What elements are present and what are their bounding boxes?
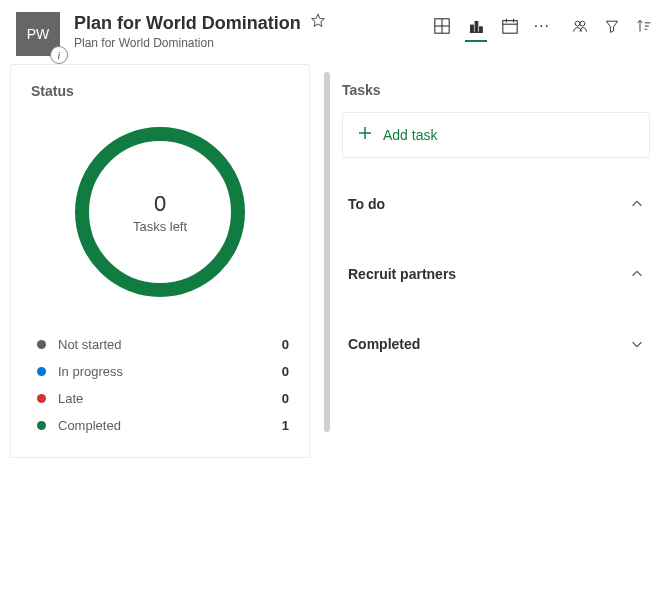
project-badge: PW i [16, 12, 60, 56]
info-icon[interactable]: i [50, 46, 68, 64]
page-subtitle: Plan for World Domination [74, 36, 418, 50]
legend-value: 1 [282, 418, 289, 433]
status-legend: Not started 0 In progress 0 Late 0 Compl… [31, 337, 289, 433]
filter-icon[interactable] [602, 16, 622, 36]
sort-icon[interactable] [634, 16, 654, 36]
legend-row: In progress 0 [37, 364, 289, 379]
header: PW i Plan for World Domination Plan for … [0, 0, 670, 64]
bucket-row[interactable]: Completed [342, 318, 650, 370]
bucket-row[interactable]: Recruit partners [342, 248, 650, 300]
legend-dot-icon [37, 367, 46, 376]
bucket-name: To do [348, 196, 385, 212]
chevron-up-icon [630, 267, 644, 281]
add-task-label: Add task [383, 127, 437, 143]
legend-row: Not started 0 [37, 337, 289, 352]
bucket-row[interactable]: To do [342, 178, 650, 230]
main-content: Status 0 Tasks left Not started 0 In pro… [0, 64, 670, 458]
tasks-heading: Tasks [342, 82, 650, 98]
title-block: Plan for World Domination Plan for World… [74, 12, 418, 50]
members-icon[interactable] [570, 16, 590, 36]
tasks-column: Tasks Add task To do Recruit partners Co… [338, 64, 660, 458]
legend-dot-icon [37, 421, 46, 430]
donut-center: 0 Tasks left [133, 191, 187, 234]
svg-rect-5 [475, 22, 478, 33]
legend-value: 0 [282, 364, 289, 379]
add-task-button[interactable]: Add task [342, 112, 650, 158]
more-icon[interactable]: ··· [534, 17, 550, 35]
legend-label: Not started [58, 337, 282, 352]
legend-label: Late [58, 391, 282, 406]
column-scrollbar[interactable] [324, 72, 330, 432]
chart-view-icon[interactable] [466, 16, 486, 36]
tasks-left-label: Tasks left [133, 219, 187, 234]
chevron-down-icon [630, 337, 644, 351]
legend-label: In progress [58, 364, 282, 379]
legend-row: Completed 1 [37, 418, 289, 433]
legend-value: 0 [282, 391, 289, 406]
svg-rect-6 [479, 27, 482, 32]
status-heading: Status [31, 83, 289, 99]
svg-point-11 [575, 21, 580, 26]
right-toolbar [570, 16, 654, 36]
view-switcher: ··· [432, 16, 550, 36]
title-row: Plan for World Domination [74, 12, 418, 34]
status-card: Status 0 Tasks left Not started 0 In pro… [10, 64, 310, 458]
chevron-up-icon [630, 197, 644, 211]
tasks-left-value: 0 [133, 191, 187, 217]
page-title: Plan for World Domination [74, 13, 301, 34]
bucket-name: Completed [348, 336, 420, 352]
legend-dot-icon [37, 340, 46, 349]
grid-view-icon[interactable] [432, 16, 452, 36]
legend-row: Late 0 [37, 391, 289, 406]
project-initials: PW [27, 26, 50, 42]
bucket-name: Recruit partners [348, 266, 456, 282]
legend-label: Completed [58, 418, 282, 433]
svg-rect-7 [502, 21, 516, 34]
legend-value: 0 [282, 337, 289, 352]
svg-point-12 [580, 21, 585, 26]
svg-rect-4 [470, 25, 473, 32]
legend-dot-icon [37, 394, 46, 403]
donut-chart: 0 Tasks left [31, 127, 289, 297]
calendar-view-icon[interactable] [500, 16, 520, 36]
plus-icon [357, 125, 373, 145]
favorite-star-icon[interactable] [309, 12, 327, 34]
